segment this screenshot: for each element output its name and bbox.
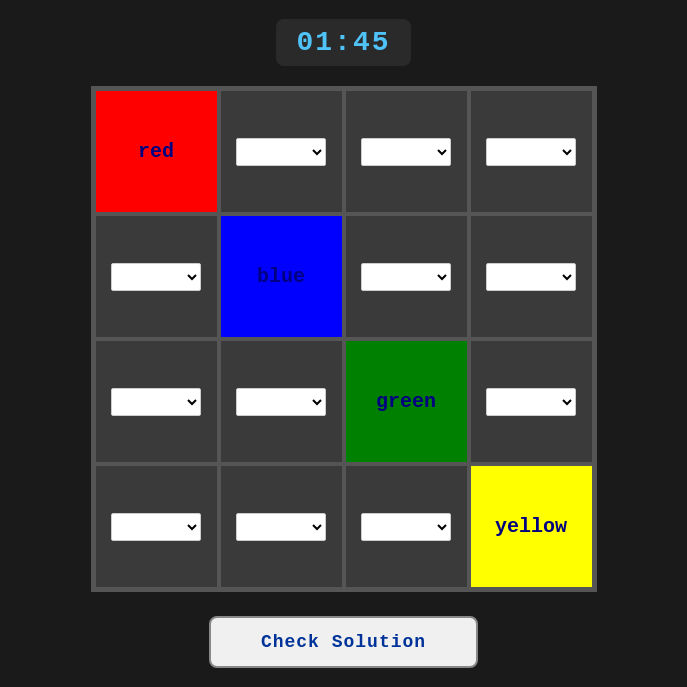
cell-0-0: red <box>94 89 219 214</box>
dropdown-3-1[interactable]: red blue green yellow <box>236 513 326 541</box>
cell-2-3: red blue green yellow <box>469 339 594 464</box>
dropdown-1-0[interactable]: red blue green yellow <box>111 263 201 291</box>
cell-1-3: red blue green yellow <box>469 214 594 339</box>
cell-2-0: red blue green yellow <box>94 339 219 464</box>
select-1-3[interactable]: red blue green yellow <box>486 263 576 291</box>
cell-3-2: red blue green yellow <box>344 464 469 589</box>
cell-2-2: green <box>344 339 469 464</box>
select-0-3[interactable]: red blue green yellow <box>486 138 576 166</box>
dropdown-3-0[interactable]: red blue green yellow <box>111 513 201 541</box>
dropdown-3-2[interactable]: red blue green yellow <box>361 513 451 541</box>
select-0-2[interactable]: red blue green yellow <box>361 138 451 166</box>
dropdown-2-0[interactable]: red blue green yellow <box>111 388 201 416</box>
select-2-1[interactable]: red blue green yellow <box>236 388 326 416</box>
cell-2-1: red blue green yellow <box>219 339 344 464</box>
select-0-1[interactable]: red blue green yellow <box>236 138 326 166</box>
cell-3-3: yellow <box>469 464 594 589</box>
cell-label-green: green <box>376 390 436 413</box>
puzzle-grid: red red blue green yellow red blue green… <box>91 86 597 592</box>
cell-3-1: red blue green yellow <box>219 464 344 589</box>
dropdown-1-3[interactable]: red blue green yellow <box>486 263 576 291</box>
cell-label-red: red <box>138 140 174 163</box>
select-1-2[interactable]: red blue green yellow <box>361 263 451 291</box>
cell-0-3: red blue green yellow <box>469 89 594 214</box>
select-3-0[interactable]: red blue green yellow <box>111 513 201 541</box>
dropdown-2-3[interactable]: red blue green yellow <box>486 388 576 416</box>
cell-1-1: blue <box>219 214 344 339</box>
cell-3-0: red blue green yellow <box>94 464 219 589</box>
dropdown-0-2[interactable]: red blue green yellow <box>361 138 451 166</box>
cell-1-2: red blue green yellow <box>344 214 469 339</box>
select-3-1[interactable]: red blue green yellow <box>236 513 326 541</box>
select-1-0[interactable]: red blue green yellow <box>111 263 201 291</box>
check-solution-button[interactable]: Check Solution <box>209 616 478 668</box>
dropdown-0-1[interactable]: red blue green yellow <box>236 138 326 166</box>
cell-0-2: red blue green yellow <box>344 89 469 214</box>
select-2-3[interactable]: red blue green yellow <box>486 388 576 416</box>
dropdown-0-3[interactable]: red blue green yellow <box>486 138 576 166</box>
cell-label-yellow: yellow <box>495 515 567 538</box>
dropdown-1-2[interactable]: red blue green yellow <box>361 263 451 291</box>
timer-text: 01:45 <box>296 27 390 58</box>
cell-1-0: red blue green yellow <box>94 214 219 339</box>
cell-0-1: red blue green yellow <box>219 89 344 214</box>
dropdown-2-1[interactable]: red blue green yellow <box>236 388 326 416</box>
timer-display: 01:45 <box>276 19 410 66</box>
select-3-2[interactable]: red blue green yellow <box>361 513 451 541</box>
select-2-0[interactable]: red blue green yellow <box>111 388 201 416</box>
cell-label-blue: blue <box>257 265 305 288</box>
